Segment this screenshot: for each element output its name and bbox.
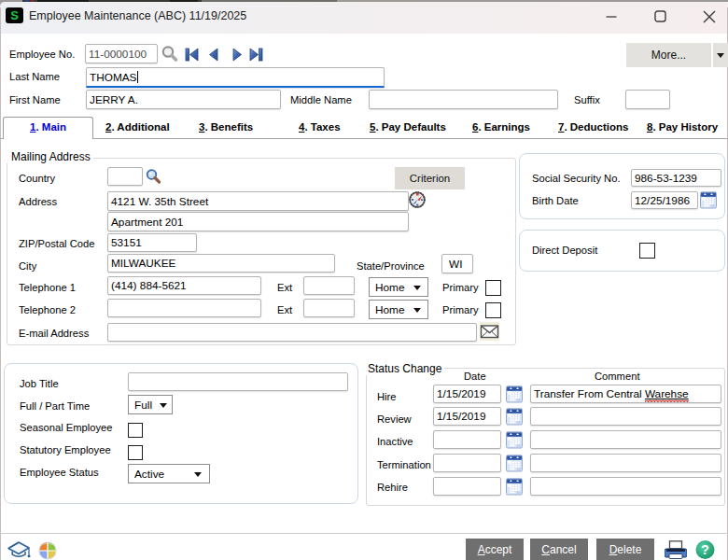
svg-text:?: ? xyxy=(701,542,709,557)
